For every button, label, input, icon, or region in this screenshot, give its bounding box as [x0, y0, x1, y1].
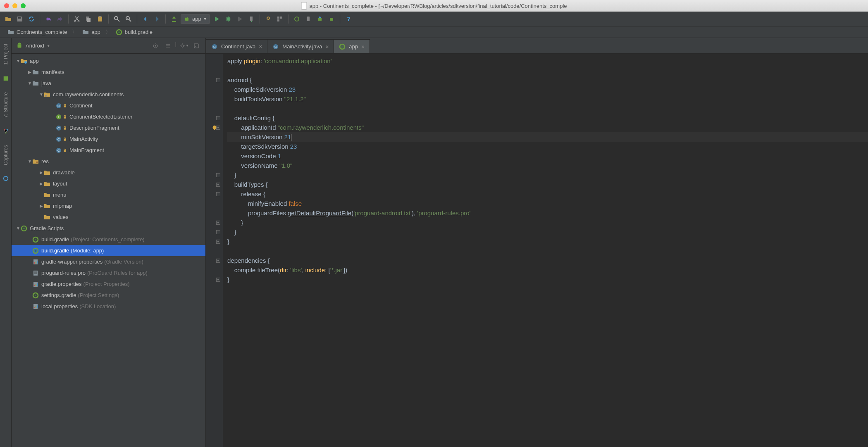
gutter-line[interactable]: [206, 66, 220, 75]
breadcrumb-item[interactable]: app: [79, 28, 104, 36]
tree-item[interactable]: ▼app: [12, 55, 205, 67]
fold-icon[interactable]: −: [216, 173, 220, 177]
run-coverage-button[interactable]: [235, 14, 245, 24]
code-line[interactable]: }: [227, 227, 868, 237]
expand-arrow-icon[interactable]: ▼: [16, 226, 21, 231]
tree-item[interactable]: CMainFragment: [12, 145, 205, 156]
fold-icon[interactable]: −: [216, 78, 220, 82]
close-window-button[interactable]: [4, 3, 9, 8]
code-line[interactable]: compileSdkVersion 23: [227, 85, 868, 94]
back-button[interactable]: [141, 14, 150, 24]
locate-button[interactable]: [150, 41, 160, 51]
tree-item[interactable]: CContinent: [12, 100, 205, 111]
redo-button[interactable]: [55, 14, 65, 24]
expand-arrow-icon[interactable]: ▶: [39, 181, 44, 186]
code-line[interactable]: release {: [227, 189, 868, 199]
gutter-line[interactable]: −: [206, 123, 220, 132]
tree-item[interactable]: ▼res: [12, 156, 205, 167]
code-line[interactable]: }: [227, 170, 868, 180]
gutter-line[interactable]: [206, 151, 220, 161]
fold-icon[interactable]: −: [216, 183, 220, 187]
tree-item[interactable]: gradle.properties(Project Properties): [12, 278, 205, 290]
copy-button[interactable]: [83, 14, 93, 24]
fold-icon[interactable]: −: [216, 259, 220, 263]
expand-arrow-icon[interactable]: ▶: [39, 204, 44, 208]
code-line[interactable]: [227, 66, 868, 75]
tree-item[interactable]: IContinentSelectedListener: [12, 111, 205, 122]
tree-item[interactable]: ▶layout: [12, 178, 205, 189]
expand-arrow-icon[interactable]: ▼: [16, 59, 21, 63]
editor-tab[interactable]: CContinent.java×: [206, 39, 267, 53]
code-line[interactable]: }: [227, 237, 868, 246]
sync-button[interactable]: [26, 14, 36, 24]
code-line[interactable]: proguardFiles getDefaultProguardFile('pr…: [227, 208, 868, 218]
tree-item[interactable]: ▼com.raywenderlich.continents: [12, 89, 205, 100]
expand-arrow-icon[interactable]: ▼: [39, 92, 44, 97]
editor-content[interactable]: apply plugin: 'com.android.application' …: [223, 54, 868, 447]
hide-panel-button[interactable]: [191, 41, 201, 51]
collapse-all-button[interactable]: [163, 41, 173, 51]
settings-button[interactable]: [263, 14, 273, 24]
avd-manager-button[interactable]: [303, 14, 313, 24]
code-line[interactable]: buildTypes {: [227, 180, 868, 189]
minimize-window-button[interactable]: [12, 3, 17, 8]
code-line[interactable]: [227, 104, 868, 113]
code-line[interactable]: defaultConfig {: [227, 113, 868, 123]
expand-arrow-icon[interactable]: ▼: [27, 81, 32, 86]
tree-item[interactable]: gradle-wrapper.properties(Gradle Version…: [12, 256, 205, 267]
code-line[interactable]: [227, 246, 868, 256]
tree-item[interactable]: local.properties(SDK Location): [12, 301, 205, 312]
attach-debugger-button[interactable]: [246, 14, 256, 24]
tree-item[interactable]: ▼Gradle Scripts: [12, 223, 205, 234]
tree-item[interactable]: ▶drawable: [12, 167, 205, 178]
code-line[interactable]: targetSdkVersion 23: [227, 142, 868, 151]
fold-icon[interactable]: −: [216, 192, 220, 196]
expand-arrow-icon[interactable]: ▼: [27, 159, 32, 164]
gutter-line[interactable]: [206, 161, 220, 170]
fold-icon[interactable]: −: [216, 221, 220, 225]
sync-gradle-button[interactable]: [292, 14, 302, 24]
gutter-line[interactable]: [206, 94, 220, 104]
gutter-line[interactable]: −: [206, 218, 220, 227]
fold-icon[interactable]: −: [216, 230, 220, 234]
replace-button[interactable]: A: [124, 14, 134, 24]
project-structure-button[interactable]: [275, 14, 285, 24]
close-tab-icon[interactable]: ×: [259, 43, 262, 50]
tree-item[interactable]: build.gradle(Module: app): [12, 245, 205, 256]
paste-button[interactable]: [95, 14, 105, 24]
open-button[interactable]: [3, 14, 13, 24]
project-tree[interactable]: ▼app▶manifests▼java▼com.raywenderlich.co…: [12, 54, 205, 447]
gutter-line[interactable]: [206, 142, 220, 151]
code-line[interactable]: }: [227, 275, 868, 284]
code-editor[interactable]: −−−−−−−−−−− apply plugin: 'com.android.a…: [206, 54, 868, 447]
editor-gutter[interactable]: −−−−−−−−−−−: [206, 54, 223, 447]
editor-tab[interactable]: CMainActivity.java×: [267, 39, 334, 53]
code-line[interactable]: buildToolsVersion "21.1.2": [227, 94, 868, 104]
code-line[interactable]: android {: [227, 75, 868, 85]
close-tab-icon[interactable]: ×: [361, 43, 365, 50]
gutter-line[interactable]: −: [206, 180, 220, 189]
gutter-line[interactable]: −: [206, 189, 220, 199]
run-button[interactable]: [212, 14, 222, 24]
code-line[interactable]: minSdkVersion 21: [227, 132, 868, 142]
make-button[interactable]: [169, 14, 179, 24]
gutter-line[interactable]: [206, 208, 220, 218]
gutter-line[interactable]: −: [206, 75, 220, 85]
gutter-line[interactable]: [206, 85, 220, 94]
gutter-line[interactable]: [206, 199, 220, 208]
tree-item[interactable]: menu: [12, 189, 205, 200]
breadcrumb-item[interactable]: build.gradle: [112, 28, 156, 36]
gutter-line[interactable]: [206, 104, 220, 113]
zoom-window-button[interactable]: [21, 3, 26, 8]
code-line[interactable]: applicationId "com.raywenderlich.contine…: [227, 123, 868, 132]
code-line[interactable]: versionCode 1: [227, 151, 868, 161]
code-line[interactable]: minifyEnabled false: [227, 199, 868, 208]
close-tab-icon[interactable]: ×: [325, 43, 329, 50]
fold-icon[interactable]: −: [216, 116, 220, 120]
code-line[interactable]: }: [227, 218, 868, 227]
tree-item[interactable]: CDescriptionFragment: [12, 122, 205, 133]
gutter-line[interactable]: [206, 56, 220, 66]
code-line[interactable]: compile fileTree(dir: 'libs', include: […: [227, 265, 868, 275]
android-monitor-button[interactable]: [327, 14, 336, 24]
debug-button[interactable]: [223, 14, 233, 24]
